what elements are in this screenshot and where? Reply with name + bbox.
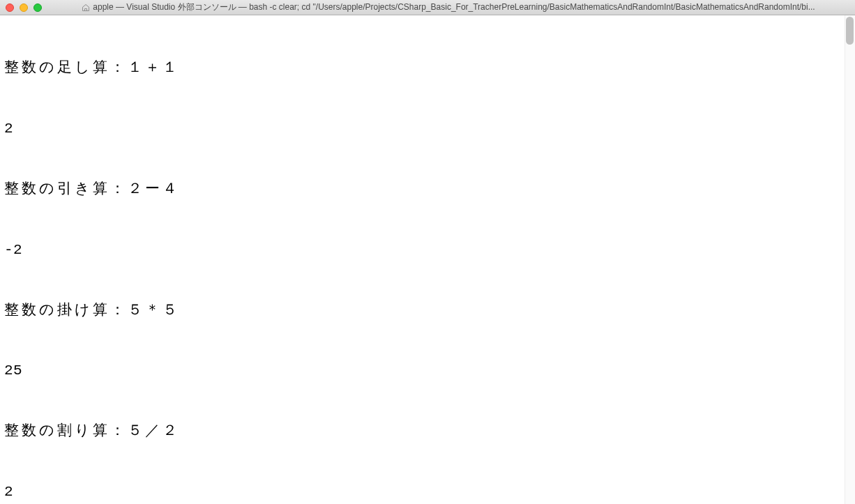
output-line: 整数の引き算：２ー４ bbox=[4, 180, 851, 200]
output-line: 25 bbox=[4, 361, 851, 381]
terminal-area[interactable]: 整数の足し算：１＋１ 2 整数の引き算：２ー４ -2 整数の掛け算：５＊５ 25… bbox=[0, 15, 855, 504]
output-line: 整数の足し算：１＋１ bbox=[4, 59, 851, 79]
output-line: 2 bbox=[4, 119, 851, 139]
output-line: 2 bbox=[4, 482, 851, 503]
maximize-button[interactable] bbox=[33, 3, 42, 12]
home-icon bbox=[82, 3, 90, 12]
window-title-text: apple — Visual Studio 外部コンソール — bash -c … bbox=[93, 1, 815, 13]
close-button[interactable] bbox=[6, 3, 14, 12]
scrollbar-track[interactable] bbox=[845, 15, 855, 504]
minimize-button[interactable] bbox=[20, 3, 28, 12]
output-line: 整数の掛け算：５＊５ bbox=[4, 301, 851, 321]
output-line: -2 bbox=[4, 240, 851, 261]
scrollbar-thumb[interactable] bbox=[846, 17, 854, 45]
terminal-content: 整数の足し算：１＋１ 2 整数の引き算：２ー４ -2 整数の掛け算：５＊５ 25… bbox=[0, 15, 855, 504]
output-line: 整数の割り算：５／２ bbox=[4, 422, 851, 442]
traffic-lights bbox=[6, 3, 42, 12]
window-titlebar: apple — Visual Studio 外部コンソール — bash -c … bbox=[0, 0, 855, 15]
title-content: apple — Visual Studio 外部コンソール — bash -c … bbox=[47, 1, 849, 13]
